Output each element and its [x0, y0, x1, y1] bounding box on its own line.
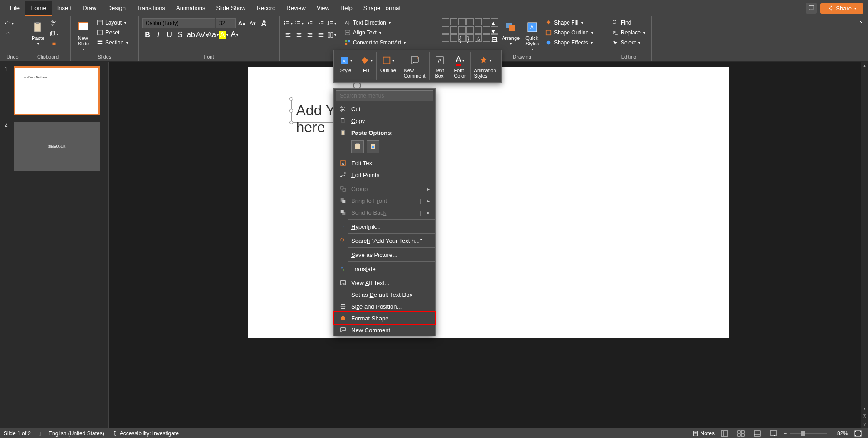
- reading-view-button[interactable]: [751, 429, 764, 438]
- shape-brace-left[interactable]: {: [458, 34, 466, 42]
- paste-use-destination-theme[interactable]: [351, 140, 364, 153]
- font-color-button[interactable]: A: [230, 30, 240, 40]
- align-center-button[interactable]: [294, 30, 304, 40]
- shape-double-arrow[interactable]: [466, 26, 474, 34]
- tab-insert[interactable]: Insert: [52, 1, 78, 16]
- convert-smartart-button[interactable]: Convert to SmartArt: [342, 38, 407, 47]
- columns-button[interactable]: [327, 30, 337, 40]
- shape-star[interactable]: ☆: [475, 34, 482, 42]
- shapes-gallery[interactable]: ▴ ▾ { } ☆ ⊟: [442, 18, 498, 42]
- format-painter-button[interactable]: [49, 40, 59, 50]
- shape-effects-button[interactable]: Shape Effects: [543, 38, 595, 47]
- share-button[interactable]: Share ▾: [820, 3, 863, 14]
- ctx-edit-points[interactable]: Edit Points: [334, 169, 435, 181]
- slide-indicator[interactable]: Slide 1 of 2: [4, 430, 31, 437]
- tab-transitions[interactable]: Transitions: [131, 1, 171, 16]
- quick-styles-button[interactable]: A Quick Styles ▾: [523, 18, 541, 53]
- increase-font-button[interactable]: A▴: [237, 18, 247, 28]
- ctx-copy[interactable]: Copy: [334, 115, 435, 127]
- shape-curve[interactable]: [442, 34, 449, 42]
- slide-panel[interactable]: 1 Add Your Text here 2 SlideUpLift: [0, 62, 109, 429]
- language-indicator[interactable]: English (United States): [49, 430, 104, 437]
- zoom-level[interactable]: 82%: [837, 430, 848, 437]
- ctx-edit-text[interactable]: A Edit Text: [334, 157, 435, 169]
- notes-button[interactable]: Notes: [692, 430, 715, 437]
- ctx-translate[interactable]: 文A Translate: [334, 263, 435, 275]
- char-spacing-button[interactable]: AV: [197, 30, 207, 40]
- numbering-button[interactable]: 12: [294, 18, 304, 28]
- shadow-button[interactable]: S: [175, 30, 185, 40]
- reset-button[interactable]: Reset: [94, 28, 130, 37]
- ctx-save-as-picture[interactable]: Save as Picture...: [334, 249, 435, 261]
- align-text-button[interactable]: Align Text: [342, 28, 407, 37]
- decrease-indent-button[interactable]: [305, 18, 315, 28]
- tab-animations[interactable]: Animations: [171, 1, 211, 16]
- comments-button[interactable]: [806, 3, 817, 14]
- arrange-button[interactable]: Arrange ▾: [500, 18, 521, 48]
- strikethrough-button[interactable]: ab: [186, 30, 196, 40]
- mini-new-comment-button[interactable]: + New Comment: [400, 52, 430, 80]
- next-slide-button[interactable]: ⊻: [861, 421, 868, 428]
- tab-review[interactable]: Review: [281, 1, 311, 16]
- paste-picture[interactable]: [367, 140, 379, 153]
- shape-oval[interactable]: [475, 18, 482, 25]
- section-button[interactable]: Section: [94, 38, 130, 47]
- tab-shape-format[interactable]: Shape Format: [358, 1, 406, 16]
- resize-handle-tl[interactable]: [289, 97, 293, 101]
- mini-text-box-button[interactable]: A Text Box: [430, 52, 450, 80]
- shape-rectangle[interactable]: [466, 18, 474, 25]
- tab-slide-show[interactable]: Slide Show: [211, 1, 251, 16]
- shape-rounded-rect[interactable]: [483, 18, 490, 25]
- copy-button[interactable]: [49, 29, 59, 39]
- underline-button[interactable]: U: [164, 30, 174, 40]
- vertical-scrollbar[interactable]: ▴ ▾ ⊼ ⊻: [861, 62, 868, 428]
- scroll-up-button[interactable]: ▴: [861, 62, 868, 69]
- ctx-set-default-text-box[interactable]: Set as Default Text Box: [334, 289, 435, 300]
- mini-fill-button[interactable]: Fill: [356, 52, 377, 80]
- normal-view-button[interactable]: [718, 429, 731, 438]
- font-name-input[interactable]: [142, 18, 215, 28]
- shape-freeform[interactable]: [450, 34, 457, 42]
- redo-button[interactable]: [4, 29, 14, 39]
- shape-more-down[interactable]: ▾: [491, 26, 498, 34]
- undo-button[interactable]: [4, 18, 14, 28]
- tab-draw[interactable]: Draw: [77, 1, 102, 16]
- new-slide-button[interactable]: + New Slide ▾: [74, 18, 93, 53]
- paste-button[interactable]: Paste ▾: [29, 18, 47, 48]
- shape-fill-button[interactable]: Shape Fill: [543, 18, 595, 27]
- mini-animation-styles-button[interactable]: Animation Styles: [471, 52, 500, 80]
- increase-indent-button[interactable]: [316, 18, 326, 28]
- replace-button[interactable]: abacReplace: [610, 28, 647, 37]
- accessibility-button[interactable]: Accessibility: Investigate: [112, 430, 179, 437]
- slideshow-view-button[interactable]: [767, 429, 780, 438]
- layout-button[interactable]: Layout: [94, 18, 130, 27]
- slide-canvas[interactable]: Add Your Text here: [248, 67, 729, 338]
- shape-brace-right[interactable]: }: [466, 34, 474, 42]
- align-right-button[interactable]: [305, 30, 315, 40]
- change-case-button[interactable]: Aa: [208, 30, 218, 40]
- prev-slide-button[interactable]: ⊼: [861, 413, 868, 420]
- ctx-view-alt-text[interactable]: Alt View Alt Text...: [334, 277, 435, 289]
- cut-button[interactable]: [49, 18, 59, 28]
- shape-more-up[interactable]: ▴: [491, 18, 498, 25]
- scroll-down-button[interactable]: ▾: [861, 404, 868, 412]
- shape-line-arrow[interactable]: [458, 18, 466, 25]
- shape-connector[interactable]: [458, 26, 466, 34]
- mini-style-button[interactable]: A Style: [336, 52, 356, 80]
- mini-outline-button[interactable]: Outline: [377, 52, 400, 80]
- search-menus-input[interactable]: [336, 90, 433, 101]
- zoom-out-button[interactable]: −: [784, 430, 787, 437]
- shape-right-arrow[interactable]: [450, 26, 457, 34]
- tab-design[interactable]: Design: [102, 1, 131, 16]
- tab-record[interactable]: Record: [251, 1, 281, 16]
- ctx-format-shape[interactable]: Format Shape...: [333, 311, 436, 325]
- ctx-search[interactable]: Search "Add Your Text h...": [334, 235, 435, 246]
- shape-line[interactable]: [450, 18, 457, 25]
- bold-button[interactable]: B: [142, 30, 152, 40]
- ctx-size-position[interactable]: Size and Position...: [334, 300, 435, 312]
- ctx-hyperlink[interactable]: Hyperlink...: [334, 221, 435, 232]
- slide-canvas-wrap[interactable]: Add Your Text here: [109, 62, 868, 429]
- text-direction-button[interactable]: AText Direction: [342, 18, 407, 27]
- ctx-new-comment[interactable]: New Comment: [334, 324, 435, 336]
- decrease-font-button[interactable]: A▾: [248, 18, 258, 28]
